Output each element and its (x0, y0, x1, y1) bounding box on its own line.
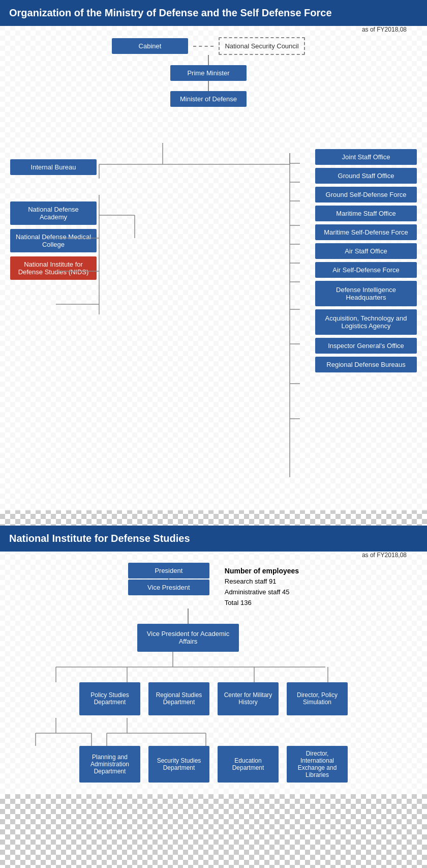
top-org-chart: as of FY2018,08 Internal Bureau National… (0, 26, 427, 510)
acquisition-technology-box: Acquisition, Technology and Logistics Ag… (315, 309, 417, 335)
dept-rows-wrapper: Policy Studies Department Regional Studi… (5, 652, 422, 779)
center-flow: Cabinet National Security Council Prime … (107, 37, 310, 107)
prime-minister-box: Prime Minister (170, 65, 247, 81)
security-studies-dept-box: Security Studies Department (148, 746, 209, 783)
internal-bureau-box: Internal Bureau (10, 159, 97, 175)
center-military-history-box: Center for Military History (218, 682, 279, 715)
national-defense-academy-box: National Defense Academy (10, 201, 97, 225)
nids-president-col: President Vice President (128, 563, 209, 595)
national-security-council-box: National Security Council (219, 37, 305, 55)
air-self-defense-force-box: Air Self-Defense Force (315, 262, 417, 278)
planning-admin-dept-box: Planning and Administration Department (79, 746, 140, 783)
president-box: President (128, 563, 209, 578)
air-staff-office-box: Air Staff Office (315, 243, 417, 259)
section2-asof: as of FY2018,08 (5, 552, 422, 559)
nids-box: National Institute for Defense Studies (… (10, 256, 97, 280)
education-dept-box: Education Department (218, 746, 279, 783)
employees-info: Number of employees Research staff 91 Ad… (225, 563, 299, 609)
maritime-self-defense-force-box: Maritime Self-Defense Force (315, 224, 417, 240)
right-orgs: Joint Staff Office Ground Staff Office G… (315, 149, 417, 372)
nids-org-chart: as of FY2018,08 President Vice President… (0, 552, 427, 794)
nids-vp-flow: Vice President for Academic Affairs (0, 609, 422, 652)
section2-header: National Institute for Defense Studies (0, 526, 427, 552)
regional-studies-box: Regional Studies Department (148, 682, 209, 715)
national-defense-medical-college-box: National Defense Medical College (10, 229, 97, 252)
maritime-staff-office-box: Maritime Staff Office (315, 206, 417, 221)
director-intl-exchange-box: Director, International Exchange and Lib… (287, 746, 348, 783)
section1-asof: as of FY2018,08 (5, 26, 422, 33)
joint-staff-office-box: Joint Staff Office (315, 149, 417, 165)
cabinet-box: Cabinet (112, 38, 188, 54)
minister-of-defense-box: Minister of Defense (170, 91, 247, 107)
policy-studies-box: Policy Studies Department (79, 682, 140, 715)
inspector-general-box: Inspector General's Office (315, 338, 417, 354)
bottom-dept-row: Planning and Administration Department S… (5, 746, 422, 783)
left-institutions: Internal Bureau National Defense Academy… (10, 159, 97, 280)
regional-defense-bureaus-box: Regional Defense Bureaus (315, 357, 417, 372)
vp-academic-affairs-box: Vice President for Academic Affairs (137, 624, 239, 652)
section1-header: Organization of the Ministry of Defense … (0, 0, 427, 26)
section1-title: Organization of the Ministry of Defense … (0, 0, 427, 26)
vice-president-box: Vice President (128, 580, 209, 595)
ground-self-defense-force-box: Ground Self-Defense Force (315, 187, 417, 202)
top-dept-row: Policy Studies Department Regional Studi… (5, 682, 422, 715)
ground-staff-office-box: Ground Staff Office (315, 168, 417, 184)
defense-intelligence-hq-box: Defense Intelligence Headquarters (315, 281, 417, 306)
director-policy-simulation-box: Director, Policy Simulation (287, 682, 348, 715)
section2-title: National Institute for Defense Studies (0, 526, 427, 552)
